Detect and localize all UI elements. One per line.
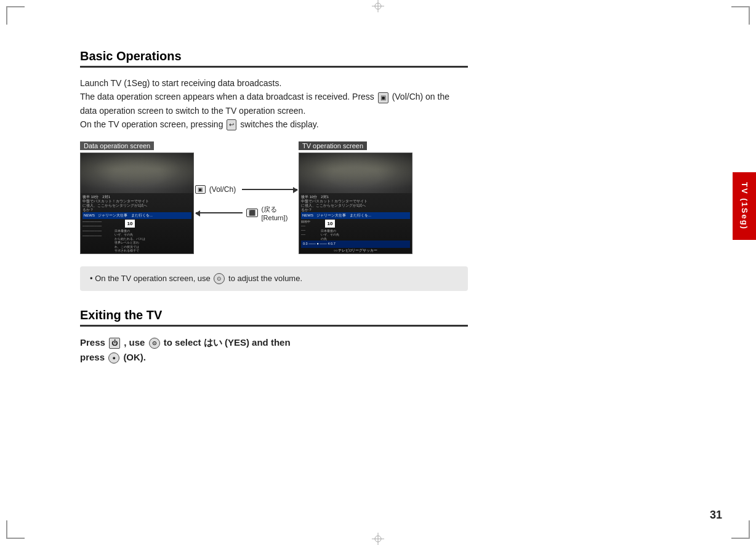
nav-icon2: ⊙ [149,338,160,349]
screen1-ch-text: 日本最後のいぞ、その先から始たれる。バスは世界レベルと言われ、この状況ではサポさ… [115,229,145,254]
section2-body: Press ⏻ , use ⊙ to select はい (YES) and t… [80,335,468,365]
corner-mark-br [731,520,750,539]
crosshair-bottom [372,533,384,545]
screen1-list: ──────────────────────────────── [82,220,113,254]
page-number: 31 [710,509,722,522]
section2: Exiting the TV Press ⏻ , use ⊙ to select… [80,308,468,365]
screen2-ch-block: 10 日本最後のいぞ、その先の先 [321,220,339,241]
screen2-row: 録画中────── 10 日本最後のいぞ、その先の先 [301,220,410,241]
screen1-ch-num: 10 [125,220,135,228]
section1-title: Basic Operations [80,49,468,68]
screen2-progress: 0:3 ─── ● ─── 4 0.7 [301,241,410,248]
nav-icon: ⊙ [214,273,225,284]
data-screen-inner: 後半 10分 2対1 中盤でパスカット！カウンターでサイトに侵入、ここからセンタ… [81,153,193,253]
volch-icon: ▣ [195,185,206,194]
ok-btn-icon: ● [108,352,119,364]
data-screen-text: 後半 10分 2対1 中盤でパスカット！カウンターでサイトに侵入、ここからセンタ… [81,193,193,254]
screen2-footer: ○○テレビ/Jリーグサッカー [301,249,410,253]
tv-screen-inner: 後半 10分 2対1 中盤でパスカット！カウンターでサイトに侵入、ここからセンタ… [299,153,412,253]
corner-mark-tl [6,6,25,25]
para3: On the TV operation screen, pressing [80,119,223,129]
diagram: Data operation screen 後半 10分 2対1 中盤でパスカッ… [80,141,468,254]
data-screen-box: 後半 10分 2対1 中盤でパスカット！カウンターでサイトに侵入、ここからセンタ… [80,153,194,254]
corner-mark-bl [6,520,25,539]
volch-icon-inline1: ▣ [378,92,388,103]
screen1-ch-block: 10 日本最後のいぞ、その先から始たれる。バスは世界レベルと言われ、この状況では… [115,220,145,254]
screen2-ch-num: 10 [325,220,335,228]
progress-left: 0:3 ─── ● ─── 4 0.7 [303,242,336,247]
screen1-row: ──────────────────────────────── 10 日本最後… [82,220,191,254]
arrow-row-left: ⬛ (戻る[Return]) [196,205,297,221]
arrow-area: ▣ (Vol/Ch) ⬛ (戻る[Return]) [194,185,299,221]
note-text: On the TV operation screen, use [95,274,211,283]
side-tab: TV (1Seg) [733,172,756,240]
screen2-ch-text: 日本最後のいぞ、その先の先 [321,229,339,241]
data-screen-label: Data operation screen [80,141,154,150]
screen2-news-bar: NEWS ジャリーン大仕事 また行くを... [301,212,410,218]
stadium-bg-1 [81,153,193,193]
tv-screen-wrapper: TV operation screen 後半 10分 2対1 中盤でパスカット！… [299,153,412,254]
para1: Launch TV (1Seg) to start receiving data… [80,78,281,88]
section2-line1b: , use [124,337,145,348]
screen1-sub: 中盤でパスカット！カウンターでサイトに侵入、ここからセンタリングが1試へるか？ [82,199,191,212]
data-screen-wrapper: Data operation screen 後半 10分 2対1 中盤でパスカッ… [80,153,194,254]
para2: The data operation screen appears when a… [80,92,374,101]
left-arrow [196,212,242,213]
arrow-row-right: ▣ (Vol/Ch) [195,185,297,194]
main-content: Basic Operations Launch TV (1Seg) to sta… [80,49,468,375]
right-arrow [242,189,297,190]
tv-screen-text: 後半 10分 2対1 中盤でパスカット！カウンターでサイトに侵入、ここからセンタ… [299,193,412,254]
note-text2: to adjust the volume. [228,274,302,283]
section2-line1c: to select はい (YES) and then [164,337,291,348]
section2-title: Exiting the TV [80,308,468,327]
crosshair-top [372,0,384,12]
arrow1-label: (Vol/Ch) [209,185,236,194]
section2-line2: press [80,352,105,362]
note-box: • On the TV operation screen, use ⊙ to a… [80,266,468,292]
return-icon: ⬛ [246,209,258,217]
stadium-lights-2 [299,153,412,193]
pwr-icon: ⏻ [109,338,120,349]
section1-body: Launch TV (1Seg) to start receiving data… [80,76,468,132]
arrow2-label: (戻る[Return]) [262,205,297,221]
switch-icon-inline: ↩ [227,119,236,130]
stadium-bg-2 [299,153,412,193]
screen1-time: 後半 10分 2対1 [82,194,191,199]
side-tab-label: TV (1Seg) [740,182,749,230]
screen2-sub: 中盤でパスカット！カウンターでサイトに侵入、ここからセンタリングが1試へるか？ [301,199,410,212]
screen2-mini-info: 録画中────── [301,220,318,241]
tv-screen-box: 後半 10分 2対1 中盤でパスカット！カウンターでサイトに侵入、ここからセンタ… [299,153,412,254]
corner-mark-tr [731,6,750,25]
tv-screen-label: TV operation screen [299,141,367,150]
screen2-time: 後半 10分 2対1 [301,194,410,199]
para3b: switches the display. [240,119,318,129]
section2-line1: Press [80,337,105,348]
section2-line2b: (OK). [123,352,146,362]
screen1-news-bar: NEWS ジャリーン大仕事 また行くを... [82,212,191,218]
stadium-lights-1 [81,153,193,193]
